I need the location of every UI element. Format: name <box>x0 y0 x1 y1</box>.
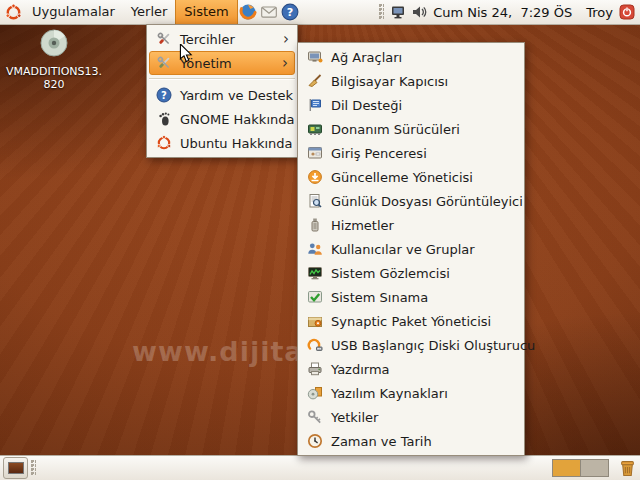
user-switcher-name[interactable]: Troy <box>586 5 613 20</box>
trash-icon[interactable] <box>618 459 636 477</box>
administration-submenu-popup: Ağ Araçları Bilgisayar Kapıcısı Dil Dest… <box>297 42 525 456</box>
system-testing-icon <box>307 289 323 305</box>
ubuntu-menu-logo-icon <box>4 3 23 22</box>
hardware-drivers-icon <box>307 121 323 137</box>
power-logout-icon[interactable] <box>618 4 635 21</box>
menu-item-dil-destegi[interactable]: Dil Desteği <box>299 93 523 117</box>
menu-separator <box>149 78 295 80</box>
menu-item-usb-baslangic-diski-olusturucu[interactable]: USB Başlangıç Diski Oluşturucu <box>299 333 523 357</box>
desktop-icon-vmadditions[interactable]: VMADDITIONS13. 820 <box>6 28 102 91</box>
system-monitor-icon <box>307 265 323 281</box>
svg-text:?: ? <box>161 90 167 101</box>
login-window-icon <box>307 145 323 161</box>
menu-item-hizmetler[interactable]: Hizmetler <box>299 213 523 237</box>
computer-janitor-broom-icon <box>307 73 323 89</box>
menu-item-ag-araclari[interactable]: Ağ Araçları <box>299 45 523 69</box>
clock-applet[interactable]: Cum Nis 24, 7:29 ÖS <box>433 5 572 20</box>
desktop-thumbnail-icon <box>8 462 24 474</box>
menubar-item-sistem[interactable]: Sistem <box>175 0 237 24</box>
menu-item-yetkiler[interactable]: Yetkiler <box>299 405 523 429</box>
network-tools-icon <box>307 49 323 65</box>
synaptic-package-manager-icon <box>307 313 323 329</box>
menu-item-tercihler[interactable]: Tercihler › <box>148 27 296 51</box>
menubar-item-yerler[interactable]: Yerler <box>123 0 176 24</box>
mail-launcher-icon[interactable] <box>260 3 279 22</box>
menu-item-ubuntu-hakkinda[interactable]: Ubuntu Hakkında <box>148 131 296 155</box>
menubar-item-uygulamalar[interactable]: Uygulamalar <box>24 0 123 24</box>
services-icon <box>307 217 323 233</box>
mouse-cursor <box>179 44 193 66</box>
cd-disc-icon <box>37 28 71 60</box>
menu-item-sistem-gozlemcisi[interactable]: Sistem Gözlemcisi <box>299 261 523 285</box>
bottom-panel <box>0 455 640 480</box>
help-question-icon: ? <box>156 87 172 103</box>
help-launcher-icon[interactable]: ? <box>281 3 300 22</box>
menu-item-zaman-ve-tarih[interactable]: Zaman ve Tarih <box>299 429 523 453</box>
network-tray-icon[interactable] <box>389 4 406 21</box>
show-desktop-button[interactable] <box>3 457 28 479</box>
menu-item-yazilim-kaynaklari[interactable]: Yazılım Kaynakları <box>299 381 523 405</box>
menu-item-gnome-hakkinda[interactable]: GNOME Hakkında <box>148 107 296 131</box>
language-flag-icon <box>307 97 323 113</box>
gnome-foot-icon <box>156 111 172 127</box>
top-panel: Uygulamalar Yerler Sistem ? <box>0 0 640 25</box>
workspace-2[interactable] <box>580 460 608 476</box>
administration-tools-icon <box>156 55 172 71</box>
menu-item-yonetim[interactable]: Yönetim › <box>149 51 295 75</box>
workspace-1[interactable] <box>553 460 580 476</box>
firefox-launcher-icon[interactable] <box>239 3 258 22</box>
menu-item-giris-penceresi[interactable]: Giriş Penceresi <box>299 141 523 165</box>
menu-item-sistem-sinama[interactable]: Sistem Sınama <box>299 285 523 309</box>
time-date-clock-icon <box>307 433 323 449</box>
users-groups-icon <box>307 241 323 257</box>
menu-item-synaptic-paket-yoneticisi[interactable]: Synaptic Paket Yöneticisi <box>299 309 523 333</box>
update-manager-icon <box>307 169 323 185</box>
desktop-screen: www.dijita VMADDITIONS13. 820 Uygulamala… <box>0 0 640 480</box>
system-menu-popup: Tercihler › Yönetim › <box>146 24 298 158</box>
svg-text:?: ? <box>287 6 294 19</box>
usb-creator-icon <box>307 337 323 353</box>
menu-item-donanim-suruculeri[interactable]: Donanım Sürücüleri <box>299 117 523 141</box>
tray-drag-handle[interactable] <box>379 4 384 20</box>
menu-item-yardim-ve-destek[interactable]: ? Yardım ve Destek <box>148 83 296 107</box>
menu-item-bilgisayar-kapicisi[interactable]: Bilgisayar Kapıcısı <box>299 69 523 93</box>
menu-item-guncelleme-yoneticisi[interactable]: Güncelleme Yöneticisi <box>299 165 523 189</box>
menu-item-yazdirma[interactable]: Yazdırma <box>299 357 523 381</box>
menu-item-gunluk-dosyasi-goruntuleyici[interactable]: Günlük Dosyası Görüntüleyici <box>299 189 523 213</box>
taskbar-drag-handle[interactable] <box>31 460 36 476</box>
authorizations-keys-icon <box>307 409 323 425</box>
software-sources-icon <box>307 385 323 401</box>
printing-icon <box>307 361 323 377</box>
workspace-switcher <box>552 459 609 477</box>
preferences-tools-icon <box>156 31 172 47</box>
submenu-arrow-icon: › <box>282 56 290 71</box>
menu-item-kullanicilar-ve-gruplar[interactable]: Kullanıcılar ve Gruplar <box>299 237 523 261</box>
desktop-icon-label: VMADDITIONS13. 820 <box>6 65 102 91</box>
log-viewer-icon <box>307 193 323 209</box>
volume-tray-icon[interactable] <box>410 4 427 21</box>
submenu-arrow-icon: › <box>283 32 291 47</box>
watermark-text: www.dijita <box>132 336 304 367</box>
ubuntu-logo-icon <box>156 135 172 151</box>
